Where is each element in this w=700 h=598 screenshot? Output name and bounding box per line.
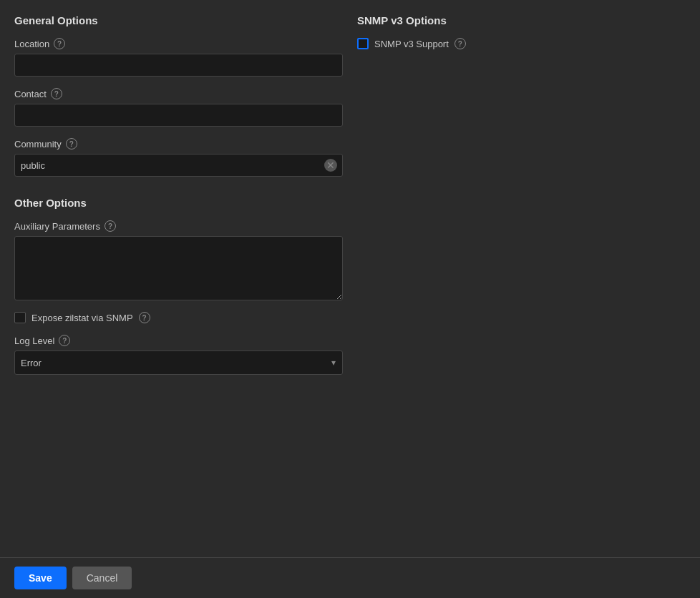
snmp-v3-support-row: SNMP v3 Support ? <box>357 38 686 49</box>
footer-buttons: Save Cancel <box>0 557 700 598</box>
log-level-label-row: Log Level ? <box>14 335 343 346</box>
general-options-section: General Options Location ? Contact ? <box>14 14 343 188</box>
snmp-v3-support-checkbox[interactable] <box>357 38 369 49</box>
contact-label-row: Contact ? <box>14 88 343 99</box>
location-label-row: Location ? <box>14 38 343 49</box>
log-level-field-group: Log Level ? Error Warning Info Debug ▾ <box>14 335 343 375</box>
community-input-wrapper: ✕ <box>14 154 343 177</box>
auxiliary-parameters-label: Auxiliary Parameters <box>14 221 100 232</box>
cancel-button[interactable]: Cancel <box>72 567 132 589</box>
community-input[interactable] <box>14 154 343 177</box>
community-label-row: Community ? <box>14 138 343 150</box>
auxiliary-parameters-help-icon[interactable]: ? <box>104 220 116 232</box>
expose-zilstat-checkbox[interactable] <box>14 312 26 323</box>
save-button[interactable]: Save <box>14 567 67 589</box>
expose-zilstat-help-icon[interactable]: ? <box>139 312 150 323</box>
location-input[interactable] <box>14 54 343 77</box>
contact-input[interactable] <box>14 104 343 127</box>
community-clear-icon[interactable]: ✕ <box>324 159 337 172</box>
auxiliary-parameters-textarea[interactable] <box>14 236 343 300</box>
location-label: Location <box>14 39 49 49</box>
snmp-v3-support-label: SNMP v3 Support <box>374 39 449 49</box>
location-field-group: Location ? <box>14 38 343 77</box>
right-panel: SNMP v3 Options SNMP v3 Support ? <box>357 14 686 398</box>
location-help-icon[interactable]: ? <box>54 38 65 49</box>
other-options-title: Other Options <box>14 197 343 209</box>
log-level-select-wrapper: Error Warning Info Debug ▾ <box>14 351 343 375</box>
contact-field-group: Contact ? <box>14 88 343 127</box>
log-level-select[interactable]: Error Warning Info Debug <box>14 351 343 375</box>
contact-help-icon[interactable]: ? <box>51 88 62 99</box>
expose-zilstat-row: Expose zilstat via SNMP ? <box>14 312 343 323</box>
snmp-v3-title: SNMP v3 Options <box>357 14 686 26</box>
other-options-section: Other Options Auxiliary Parameters ? Exp… <box>14 197 343 386</box>
snmp-v3-support-help-icon[interactable]: ? <box>454 38 466 49</box>
auxiliary-parameters-field-group: Auxiliary Parameters ? <box>14 220 343 300</box>
community-help-icon[interactable]: ? <box>66 138 77 150</box>
expose-zilstat-label: Expose zilstat via SNMP <box>31 313 133 323</box>
contact-label: Contact <box>14 89 47 99</box>
general-options-title: General Options <box>14 14 343 26</box>
log-level-help-icon[interactable]: ? <box>59 335 70 346</box>
log-level-label: Log Level <box>14 335 54 346</box>
auxiliary-parameters-label-row: Auxiliary Parameters ? <box>14 220 343 232</box>
snmp-v3-section: SNMP v3 Options SNMP v3 Support ? <box>357 14 686 49</box>
community-label: Community <box>14 139 62 150</box>
community-field-group: Community ? ✕ <box>14 138 343 177</box>
